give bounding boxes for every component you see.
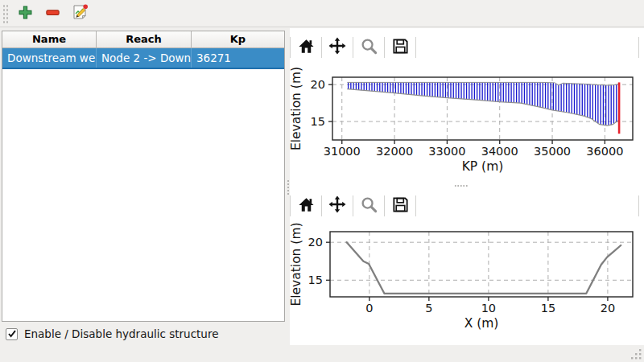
- plots-panel: 3100032000330003400035000360001520KP (m)…: [290, 28, 644, 345]
- save-button[interactable]: [385, 194, 415, 218]
- pan-icon: [328, 195, 347, 216]
- table-header-row: Name Reach Kp: [2, 31, 284, 48]
- panes-splitter-handle[interactable]: [287, 179, 290, 195]
- svg-text:32000: 32000: [376, 145, 413, 158]
- svg-text:Elevation (m): Elevation (m): [290, 67, 303, 150]
- svg-text:X (m): X (m): [464, 316, 499, 331]
- longitudinal-profile-chart[interactable]: 3100032000330003400035000360001520KP (m)…: [290, 62, 644, 182]
- home-button[interactable]: [291, 35, 321, 60]
- edit-structure-button[interactable]: [68, 2, 92, 25]
- save-button[interactable]: [385, 35, 415, 60]
- zoom-icon: [360, 195, 378, 216]
- zoom-button[interactable]: [353, 194, 384, 218]
- enable-structure-label: Enable / Disable hydraulic structure: [24, 327, 218, 340]
- profile-plot-toolbar: [290, 32, 644, 62]
- svg-text:31000: 31000: [324, 145, 361, 158]
- svg-text:33000: 33000: [428, 145, 465, 158]
- cross-section-chart[interactable]: 051015201520X (m)Elevation (m): [290, 220, 644, 345]
- enable-structure-checkbox[interactable]: [6, 328, 18, 340]
- plus-icon: [19, 6, 32, 22]
- save-icon: [391, 37, 410, 58]
- svg-text:35000: 35000: [534, 145, 571, 158]
- home-button[interactable]: [291, 194, 321, 218]
- pan-button[interactable]: [322, 35, 353, 60]
- column-header-reach[interactable]: Reach: [97, 31, 192, 47]
- svg-text:20: 20: [601, 302, 615, 315]
- pan-button[interactable]: [322, 194, 353, 218]
- enable-structure-row: Enable / Disable hydraulic structure: [6, 326, 218, 342]
- save-icon: [391, 195, 410, 216]
- home-icon: [297, 37, 316, 58]
- window-resize-grip[interactable]: [629, 347, 643, 362]
- svg-text:KP (m): KP (m): [462, 159, 504, 174]
- svg-text:15: 15: [308, 274, 323, 286]
- svg-text:20: 20: [308, 236, 323, 249]
- svg-text:5: 5: [425, 302, 432, 315]
- edit-icon: [71, 3, 89, 23]
- home-icon: [297, 195, 316, 216]
- cell-kp: 36271: [192, 48, 284, 68]
- svg-text:15: 15: [541, 302, 555, 315]
- add-structure-button[interactable]: [13, 2, 37, 25]
- svg-text:10: 10: [481, 302, 496, 315]
- check-icon: [7, 329, 17, 339]
- remove-structure-button[interactable]: [40, 2, 64, 25]
- svg-text:34000: 34000: [481, 145, 518, 158]
- cross-section-plot-toolbar: [290, 191, 644, 220]
- main-toolbar: [0, 0, 644, 27]
- zoom-button[interactable]: [353, 35, 384, 60]
- column-header-name[interactable]: Name: [2, 31, 97, 47]
- plots-splitter-handle[interactable]: [454, 184, 469, 187]
- cell-reach: Node 2 -> Down...: [97, 48, 192, 68]
- column-header-kp[interactable]: Kp: [192, 31, 284, 47]
- svg-text:Elevation (m): Elevation (m): [290, 222, 303, 306]
- svg-text:36000: 36000: [586, 145, 623, 158]
- structures-table: Name Reach Kp Downstream weir Node 2 -> …: [2, 31, 285, 322]
- resize-grip-icon: [629, 347, 643, 361]
- svg-text:15: 15: [311, 115, 325, 128]
- zoom-icon: [360, 37, 378, 58]
- minus-icon: [46, 6, 60, 22]
- toolbar-drag-handle[interactable]: [2, 4, 8, 23]
- pan-icon: [328, 36, 347, 58]
- svg-text:20: 20: [311, 78, 325, 91]
- table-row[interactable]: Downstream weir Node 2 -> Down... 36271: [2, 48, 284, 69]
- cell-name: Downstream weir: [2, 48, 97, 68]
- svg-text:0: 0: [365, 302, 373, 315]
